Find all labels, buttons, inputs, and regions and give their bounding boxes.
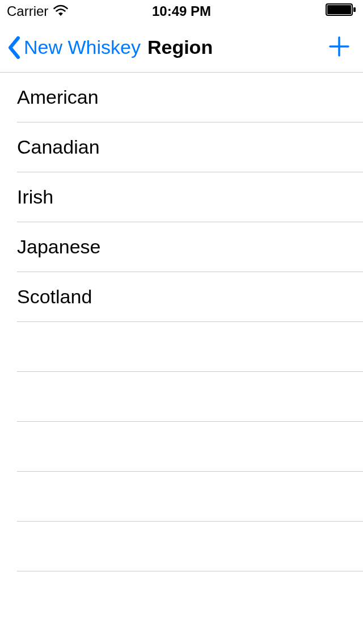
chevron-left-icon <box>7 36 20 60</box>
list-item[interactable]: Scotland <box>17 272 363 322</box>
add-button[interactable] <box>327 34 352 61</box>
plus-icon <box>327 34 352 61</box>
list-item[interactable] <box>17 522 363 571</box>
list-item[interactable]: Irish <box>17 172 363 222</box>
list-item[interactable] <box>17 372 363 422</box>
list-item-label: Japanese <box>17 236 100 258</box>
list-item[interactable]: Canadian <box>17 122 363 172</box>
wifi-icon <box>53 3 69 19</box>
status-bar: Carrier 10:49 PM <box>0 0 363 23</box>
nav-bar: New Whiskey Region <box>0 23 363 73</box>
back-button[interactable]: New Whiskey <box>7 36 141 60</box>
svg-rect-1 <box>327 5 351 14</box>
status-right <box>326 3 356 19</box>
carrier-label: Carrier <box>7 3 48 19</box>
status-left: Carrier <box>7 3 69 19</box>
list-item[interactable] <box>17 422 363 472</box>
back-label: New Whiskey <box>24 36 141 58</box>
list-item-label: Scotland <box>17 286 92 308</box>
list-item[interactable] <box>17 472 363 522</box>
list-item[interactable]: Japanese <box>17 222 363 272</box>
list-item-label: American <box>17 86 99 108</box>
status-time: 10:49 PM <box>152 3 211 19</box>
battery-icon <box>326 3 356 19</box>
svg-rect-2 <box>353 7 356 12</box>
list-item-label: Canadian <box>17 136 100 158</box>
list-item-label: Irish <box>17 186 53 208</box>
region-list: American Canadian Irish Japanese Scotlan… <box>0 73 363 571</box>
page-title: Region <box>147 36 213 58</box>
list-item[interactable] <box>17 322 363 372</box>
list-item[interactable]: American <box>17 73 363 122</box>
